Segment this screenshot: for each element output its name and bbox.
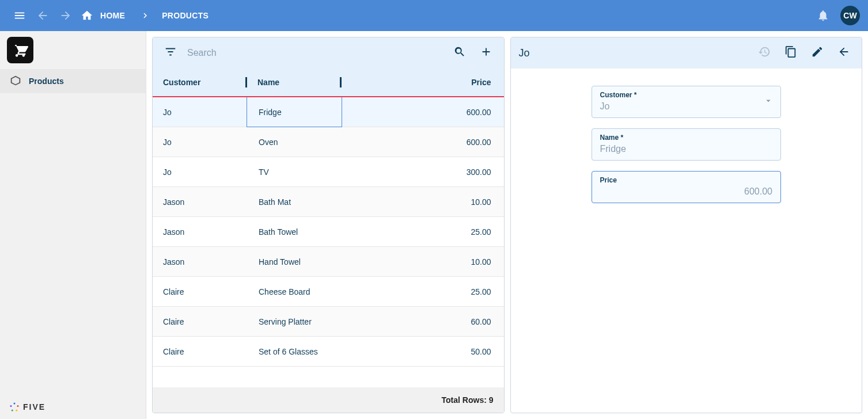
table-row[interactable]: JasonBath Towel25.00	[153, 217, 504, 247]
customer-field[interactable]: Customer * Jo	[592, 86, 782, 118]
five-mark-icon	[9, 402, 20, 412]
cell-customer: Jason	[153, 227, 247, 237]
price-field-value: 600.00	[600, 186, 773, 197]
sidebar: Products FIVE	[0, 31, 146, 419]
plus-icon	[480, 45, 492, 58]
dropdown-caret	[763, 96, 774, 108]
breadcrumb-products-label[interactable]: PRODUCTS	[162, 11, 209, 20]
list-panel: Customer Name Price JoFridge600.00JoOven…	[152, 37, 505, 413]
brand-label: FIVE	[23, 402, 46, 412]
nav-forward-button[interactable]	[54, 4, 77, 27]
detail-panel-header: Jo	[511, 37, 862, 68]
filter-icon	[164, 45, 177, 58]
search-button[interactable]	[450, 42, 469, 64]
cell-name: Hand Towel	[247, 257, 342, 266]
price-field[interactable]: Price 600.00	[592, 171, 782, 203]
table-header: Customer Name Price	[153, 68, 504, 97]
copy-button[interactable]	[781, 42, 801, 64]
content-area: Customer Name Price JoFridge600.00JoOven…	[146, 31, 868, 419]
cell-price: 10.00	[342, 257, 504, 266]
cell-customer: Jason	[153, 257, 247, 266]
sidebar-app-logo	[0, 31, 146, 69]
user-avatar[interactable]: CW	[840, 6, 860, 25]
table-row[interactable]: ClaireServing Platter60.00	[153, 307, 504, 337]
svg-point-4	[10, 405, 12, 407]
customer-field-value: Jo	[600, 101, 773, 112]
col-price[interactable]: Price	[342, 78, 504, 87]
cell-customer: Claire	[153, 317, 247, 326]
cell-name: Fridge	[247, 97, 342, 127]
arrow-left-icon	[837, 45, 850, 58]
cell-name: Serving Platter	[247, 317, 342, 326]
pencil-icon	[811, 45, 824, 58]
col-name[interactable]: Name	[247, 78, 342, 87]
app-logo-box	[7, 37, 33, 63]
cell-customer: Jo	[153, 108, 247, 117]
breadcrumb: HOME PRODUCTS	[77, 4, 212, 27]
cell-customer: Jason	[153, 197, 247, 207]
cell-price: 600.00	[342, 108, 504, 117]
history-icon	[758, 45, 771, 58]
cell-price: 10.00	[342, 197, 504, 207]
svg-point-2	[16, 410, 17, 412]
cell-name: TV	[247, 167, 342, 177]
cell-price: 600.00	[342, 138, 504, 147]
notifications-button[interactable]	[812, 4, 835, 27]
cell-name: Bath Mat	[247, 197, 342, 207]
brand-logo: FIVE	[9, 402, 46, 412]
cell-customer: Jo	[153, 167, 247, 177]
search-icon	[453, 45, 466, 58]
products-table: Customer Name Price JoFridge600.00JoOven…	[153, 68, 504, 413]
total-rows-label: Total Rows: 9	[442, 395, 494, 405]
table-row[interactable]: JasonHand Towel10.00	[153, 247, 504, 277]
sidebar-footer: FIVE	[0, 395, 146, 419]
list-panel-header	[153, 37, 504, 68]
detail-panel: Jo Customer *	[510, 37, 863, 413]
name-field-label: Name *	[600, 134, 773, 142]
price-field-label: Price	[600, 176, 773, 184]
table-row[interactable]: JasonBath Mat10.00	[153, 187, 504, 217]
add-button[interactable]	[476, 42, 496, 64]
cell-price: 25.00	[342, 287, 504, 296]
arrow-left-icon	[36, 9, 49, 22]
table-row[interactable]: JoOven600.00	[153, 127, 504, 157]
cell-name: Cheese Board	[247, 287, 342, 296]
table-row[interactable]: JoFridge600.00	[153, 97, 504, 127]
col-customer[interactable]: Customer	[153, 78, 247, 87]
cell-name: Oven	[247, 138, 342, 147]
cell-name: Set of 6 Glasses	[247, 347, 342, 356]
back-button[interactable]	[834, 42, 854, 64]
search-input[interactable]	[187, 48, 450, 58]
arrow-right-icon	[59, 9, 72, 22]
cart-icon	[12, 42, 28, 58]
svg-point-1	[17, 405, 19, 407]
cell-price: 60.00	[342, 317, 504, 326]
cell-price: 25.00	[342, 227, 504, 237]
cell-customer: Claire	[153, 347, 247, 356]
chevron-down-icon	[763, 96, 774, 106]
name-field[interactable]: Name * Fridge	[592, 128, 782, 161]
table-row[interactable]: ClaireCheese Board25.00	[153, 277, 504, 307]
cell-price: 300.00	[342, 167, 504, 177]
products-icon	[9, 75, 22, 87]
sidebar-item-products[interactable]: Products	[0, 69, 146, 93]
nav-back-button[interactable]	[31, 4, 54, 27]
sidebar-item-label: Products	[29, 77, 64, 86]
table-footer: Total Rows: 9	[153, 387, 504, 413]
breadcrumb-home-label: HOME	[100, 11, 125, 20]
cell-price: 50.00	[342, 347, 504, 356]
copy-icon	[784, 45, 797, 58]
table-row[interactable]: JoTV300.00	[153, 157, 504, 187]
top-bar: HOME PRODUCTS CW	[0, 0, 868, 31]
menu-button[interactable]	[8, 4, 31, 27]
bell-icon	[817, 9, 829, 22]
cell-customer: Jo	[153, 138, 247, 147]
customer-field-label: Customer *	[600, 91, 773, 99]
hamburger-icon	[13, 9, 26, 22]
table-body[interactable]: JoFridge600.00JoOven600.00JoTV300.00Jaso…	[153, 97, 504, 387]
edit-button[interactable]	[808, 42, 827, 64]
table-row[interactable]: ClaireSet of 6 Glasses50.00	[153, 337, 504, 367]
breadcrumb-home[interactable]: HOME	[77, 4, 132, 27]
filter-button[interactable]	[161, 42, 180, 64]
history-button[interactable]	[755, 42, 774, 64]
